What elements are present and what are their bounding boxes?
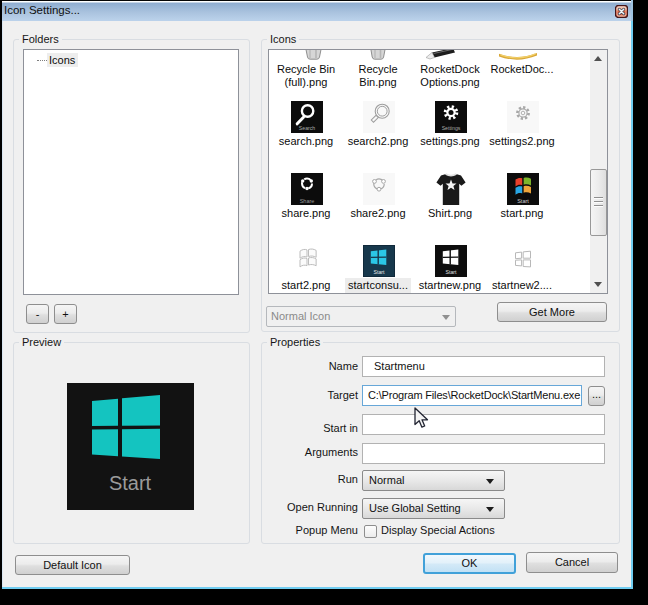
svg-text:Start: Start [517, 198, 529, 204]
svg-text:Share: Share [300, 198, 315, 204]
svg-text:Start: Start [446, 269, 458, 275]
svg-text:Search: Search [299, 125, 316, 131]
svg-text:Start: Start [374, 269, 386, 275]
svg-text:Start: Start [109, 472, 152, 494]
svg-text:Settings: Settings [442, 125, 461, 131]
